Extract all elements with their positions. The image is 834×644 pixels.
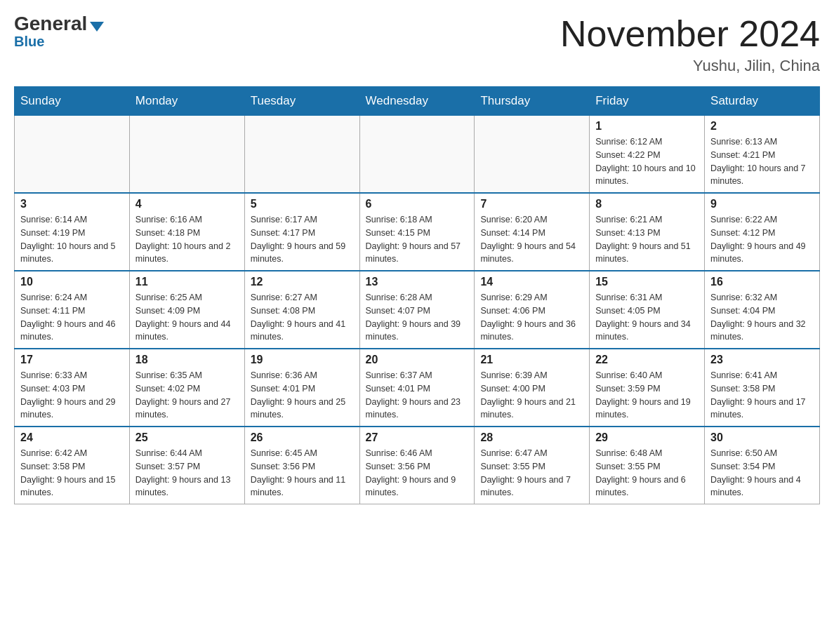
day-number: 14: [480, 276, 583, 288]
table-row: 15Sunrise: 6:31 AMSunset: 4:05 PMDayligh…: [590, 271, 705, 349]
day-info: Sunrise: 6:41 AMSunset: 3:58 PMDaylight:…: [710, 369, 814, 422]
table-row: 13Sunrise: 6:28 AMSunset: 4:07 PMDayligh…: [359, 271, 475, 349]
day-number: 8: [595, 198, 699, 210]
day-number: 26: [251, 431, 354, 444]
calendar-week-row: 24Sunrise: 6:42 AMSunset: 3:58 PMDayligh…: [15, 427, 820, 504]
day-info: Sunrise: 6:24 AMSunset: 4:11 PMDaylight:…: [20, 291, 124, 344]
day-info: Sunrise: 6:40 AMSunset: 3:59 PMDaylight:…: [595, 369, 699, 422]
day-number: 3: [20, 198, 124, 210]
calendar-table: Sunday Monday Tuesday Wednesday Thursday…: [14, 86, 820, 504]
day-info: Sunrise: 6:28 AMSunset: 4:07 PMDaylight:…: [366, 291, 469, 344]
table-row: [15, 116, 130, 194]
table-row: [244, 116, 359, 194]
day-number: 5: [251, 198, 354, 210]
table-row: 11Sunrise: 6:25 AMSunset: 4:09 PMDayligh…: [129, 271, 244, 349]
day-number: 12: [251, 276, 354, 288]
day-number: 30: [710, 431, 814, 444]
day-number: 1: [595, 120, 699, 133]
table-row: 14Sunrise: 6:29 AMSunset: 4:06 PMDayligh…: [475, 271, 590, 349]
table-row: 4Sunrise: 6:16 AMSunset: 4:18 PMDaylight…: [129, 193, 244, 271]
day-info: Sunrise: 6:48 AMSunset: 3:55 PMDaylight:…: [595, 447, 699, 499]
day-info: Sunrise: 6:21 AMSunset: 4:13 PMDaylight:…: [595, 213, 699, 266]
day-number: 10: [20, 276, 124, 288]
table-row: 22Sunrise: 6:40 AMSunset: 3:59 PMDayligh…: [590, 349, 705, 427]
day-info: Sunrise: 6:37 AMSunset: 4:01 PMDaylight:…: [366, 369, 469, 422]
day-number: 9: [710, 198, 814, 210]
logo-triangle-icon: [90, 22, 104, 32]
title-area: November 2024 Yushu, Jilin, China: [560, 14, 820, 75]
calendar-week-row: 10Sunrise: 6:24 AMSunset: 4:11 PMDayligh…: [15, 271, 820, 349]
day-number: 24: [20, 431, 124, 444]
day-info: Sunrise: 6:27 AMSunset: 4:08 PMDaylight:…: [251, 291, 354, 344]
logo-general-text: General: [14, 14, 104, 34]
table-row: 9Sunrise: 6:22 AMSunset: 4:12 PMDaylight…: [705, 193, 820, 271]
day-info: Sunrise: 6:14 AMSunset: 4:19 PMDaylight:…: [20, 213, 124, 266]
table-row: 18Sunrise: 6:35 AMSunset: 4:02 PMDayligh…: [129, 349, 244, 427]
table-row: [129, 116, 244, 194]
header-saturday: Saturday: [705, 87, 820, 116]
day-number: 28: [480, 431, 583, 444]
header-monday: Monday: [129, 87, 244, 116]
day-info: Sunrise: 6:36 AMSunset: 4:01 PMDaylight:…: [251, 369, 354, 422]
table-row: 26Sunrise: 6:45 AMSunset: 3:56 PMDayligh…: [244, 427, 359, 504]
day-number: 7: [480, 198, 583, 210]
calendar-week-row: 17Sunrise: 6:33 AMSunset: 4:03 PMDayligh…: [15, 349, 820, 427]
table-row: 6Sunrise: 6:18 AMSunset: 4:15 PMDaylight…: [359, 193, 475, 271]
table-row: 30Sunrise: 6:50 AMSunset: 3:54 PMDayligh…: [705, 427, 820, 504]
day-number: 25: [135, 431, 239, 444]
day-info: Sunrise: 6:33 AMSunset: 4:03 PMDaylight:…: [20, 369, 124, 422]
calendar-week-row: 1Sunrise: 6:12 AMSunset: 4:22 PMDaylight…: [15, 116, 820, 194]
table-row: 24Sunrise: 6:42 AMSunset: 3:58 PMDayligh…: [15, 427, 130, 504]
calendar-header-row: Sunday Monday Tuesday Wednesday Thursday…: [15, 87, 820, 116]
day-number: 21: [480, 354, 583, 366]
table-row: 1Sunrise: 6:12 AMSunset: 4:22 PMDaylight…: [590, 116, 705, 194]
day-number: 22: [595, 354, 699, 366]
calendar-week-row: 3Sunrise: 6:14 AMSunset: 4:19 PMDaylight…: [15, 193, 820, 271]
table-row: 25Sunrise: 6:44 AMSunset: 3:57 PMDayligh…: [129, 427, 244, 504]
day-info: Sunrise: 6:47 AMSunset: 3:55 PMDaylight:…: [480, 447, 583, 499]
day-info: Sunrise: 6:44 AMSunset: 3:57 PMDaylight:…: [135, 447, 239, 499]
day-info: Sunrise: 6:17 AMSunset: 4:17 PMDaylight:…: [251, 213, 354, 266]
header-tuesday: Tuesday: [244, 87, 359, 116]
day-info: Sunrise: 6:32 AMSunset: 4:04 PMDaylight:…: [710, 291, 814, 344]
table-row: 19Sunrise: 6:36 AMSunset: 4:01 PMDayligh…: [244, 349, 359, 427]
table-row: 23Sunrise: 6:41 AMSunset: 3:58 PMDayligh…: [705, 349, 820, 427]
day-number: 23: [710, 354, 814, 366]
table-row: 7Sunrise: 6:20 AMSunset: 4:14 PMDaylight…: [475, 193, 590, 271]
day-number: 27: [366, 431, 469, 444]
day-number: 4: [135, 198, 239, 210]
table-row: 27Sunrise: 6:46 AMSunset: 3:56 PMDayligh…: [359, 427, 475, 504]
table-row: 8Sunrise: 6:21 AMSunset: 4:13 PMDaylight…: [590, 193, 705, 271]
table-row: [359, 116, 475, 194]
day-info: Sunrise: 6:35 AMSunset: 4:02 PMDaylight:…: [135, 369, 239, 422]
day-number: 16: [710, 276, 814, 288]
day-info: Sunrise: 6:22 AMSunset: 4:12 PMDaylight:…: [710, 213, 814, 266]
location-title: Yushu, Jilin, China: [560, 57, 820, 75]
table-row: [475, 116, 590, 194]
day-info: Sunrise: 6:25 AMSunset: 4:09 PMDaylight:…: [135, 291, 239, 344]
table-row: 10Sunrise: 6:24 AMSunset: 4:11 PMDayligh…: [15, 271, 130, 349]
logo: General Blue: [14, 14, 104, 50]
day-info: Sunrise: 6:39 AMSunset: 4:00 PMDaylight:…: [480, 369, 583, 422]
day-info: Sunrise: 6:45 AMSunset: 3:56 PMDaylight:…: [251, 447, 354, 499]
day-number: 18: [135, 354, 239, 366]
table-row: 29Sunrise: 6:48 AMSunset: 3:55 PMDayligh…: [590, 427, 705, 504]
table-row: 3Sunrise: 6:14 AMSunset: 4:19 PMDaylight…: [15, 193, 130, 271]
day-info: Sunrise: 6:42 AMSunset: 3:58 PMDaylight:…: [20, 447, 124, 499]
day-info: Sunrise: 6:16 AMSunset: 4:18 PMDaylight:…: [135, 213, 239, 266]
header-wednesday: Wednesday: [359, 87, 475, 116]
table-row: 12Sunrise: 6:27 AMSunset: 4:08 PMDayligh…: [244, 271, 359, 349]
day-number: 11: [135, 276, 239, 288]
header: General Blue November 2024 Yushu, Jilin,…: [14, 14, 820, 75]
table-row: 16Sunrise: 6:32 AMSunset: 4:04 PMDayligh…: [705, 271, 820, 349]
day-number: 29: [595, 431, 699, 444]
header-sunday: Sunday: [15, 87, 130, 116]
logo-blue-text: Blue: [14, 34, 44, 50]
day-number: 20: [366, 354, 469, 366]
day-info: Sunrise: 6:31 AMSunset: 4:05 PMDaylight:…: [595, 291, 699, 344]
day-info: Sunrise: 6:18 AMSunset: 4:15 PMDaylight:…: [366, 213, 469, 266]
header-thursday: Thursday: [475, 87, 590, 116]
table-row: 2Sunrise: 6:13 AMSunset: 4:21 PMDaylight…: [705, 116, 820, 194]
day-info: Sunrise: 6:50 AMSunset: 3:54 PMDaylight:…: [710, 447, 814, 499]
day-number: 13: [366, 276, 469, 288]
